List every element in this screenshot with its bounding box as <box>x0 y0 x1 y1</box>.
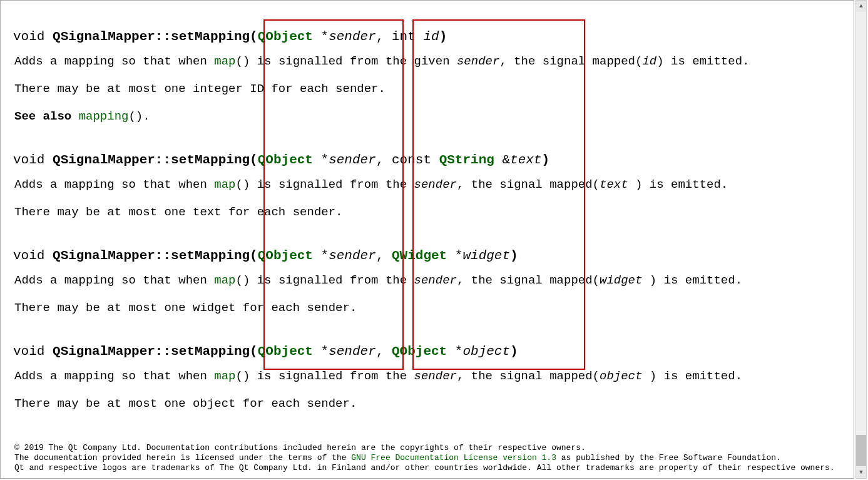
description-line: There may be at most one widget for each… <box>14 295 841 320</box>
mapping-link[interactable]: mapping <box>79 110 129 123</box>
copyright-footer: © 2019 The Qt Company Ltd. Documentation… <box>14 443 835 473</box>
method-name: setMapping <box>171 29 250 44</box>
footer-line-3: Qt and respective logos are trademarks o… <box>14 463 835 473</box>
signature-setmapping-qstring: void QSignalMapper::setMapping(QObject *… <box>13 153 841 167</box>
scroll-thumb[interactable] <box>856 435 866 466</box>
param1-type: QObject <box>258 29 313 44</box>
gnu-fdl-link[interactable]: GNU Free Documentation License version 1… <box>351 453 556 462</box>
description-line: Adds a mapping so that when map() is sig… <box>14 172 841 197</box>
signature-setmapping-qobject: void QSignalMapper::setMapping(QObject *… <box>13 344 841 359</box>
vertical-scrollbar[interactable]: ▲ ▼ <box>855 0 867 479</box>
footer-line-1: © 2019 The Qt Company Ltd. Documentation… <box>14 443 835 453</box>
map-link[interactable]: map <box>214 369 235 383</box>
document-viewport: void QSignalMapper::setMapping(QObject *… <box>0 0 854 479</box>
scroll-track[interactable] <box>856 12 866 467</box>
scroll-up-arrow-icon[interactable]: ▲ <box>856 1 866 12</box>
footer-line-2: The documentation provided herein is lic… <box>14 453 835 463</box>
param1-name: sender <box>329 29 376 44</box>
scroll-down-arrow-icon[interactable]: ▼ <box>856 467 866 478</box>
class-name: QSignalMapper <box>53 29 155 44</box>
signature-setmapping-int: void QSignalMapper::setMapping(QObject *… <box>13 29 841 44</box>
map-link[interactable]: map <box>214 178 235 191</box>
signature-setmapping-qwidget: void QSignalMapper::setMapping(QObject *… <box>13 248 841 263</box>
description-line: There may be at most one text for each s… <box>14 200 841 225</box>
content-area: void QSignalMapper::setMapping(QObject *… <box>1 1 854 416</box>
map-link[interactable]: map <box>214 273 235 287</box>
param2-name: id <box>423 29 439 44</box>
description-line: There may be at most one integer ID for … <box>14 76 841 101</box>
description-line: There may be at most one object for each… <box>14 391 841 416</box>
see-also-line: See also mapping(). <box>14 104 841 129</box>
description-line: Adds a mapping so that when map() is sig… <box>14 49 841 74</box>
description-line: Adds a mapping so that when map() is sig… <box>14 364 841 389</box>
map-link[interactable]: map <box>214 54 235 68</box>
description-line: Adds a mapping so that when map() is sig… <box>14 268 841 293</box>
param2-prefix: int <box>392 29 423 44</box>
return-type: void <box>13 29 44 44</box>
